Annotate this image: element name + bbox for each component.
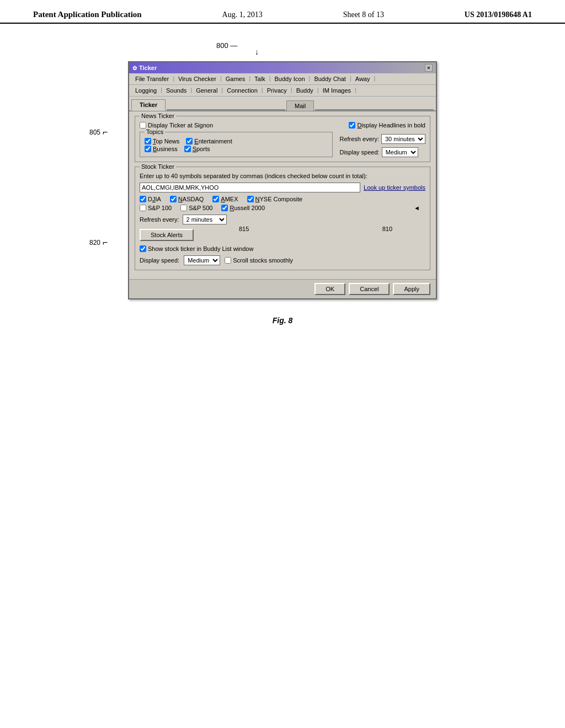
news-display-speed-label: Display speed: [339, 149, 379, 156]
apply-button[interactable]: Apply [393, 283, 430, 295]
sp100-checkbox[interactable] [140, 205, 146, 211]
indices-row-1: DJIA NASDAQ AMEX NYSE Composite [140, 196, 425, 202]
stock-alerts-button[interactable]: Stock Alerts [140, 229, 194, 241]
menu-buddy-icon[interactable]: Buddy Icon [271, 74, 309, 83]
news-ticker-title: News Ticker [140, 113, 176, 119]
show-in-buddy-list-wrap: Show stock ticker in Buddy List window [140, 245, 425, 252]
menu-row-1: File Transfer | Virus Checker | Games | … [129, 73, 436, 85]
header-patent-number: US 2013/0198648 A1 [465, 10, 532, 19]
display-headlines-bold-checkbox[interactable] [349, 122, 355, 129]
dialog-title-text: Ticker [139, 65, 157, 71]
nyse-composite-checkbox[interactable] [247, 196, 254, 202]
menu-sounds[interactable]: Sounds [162, 86, 190, 95]
arrow-to-russell: ◄ [414, 205, 420, 211]
close-button[interactable]: × [425, 64, 433, 72]
label-805: 805 ⌐ [89, 127, 108, 137]
ok-button[interactable]: OK [315, 283, 345, 295]
stock-ticker-title: Stock Ticker [140, 163, 176, 170]
sp100-label: S&P 100 [148, 205, 172, 211]
show-in-buddy-list-label: Show stock ticker in Buddy List window [148, 245, 253, 252]
stock-display-speed-label: Display speed: [140, 257, 179, 264]
scroll-smoothly-wrap: Scroll stocks smoothly [225, 257, 293, 264]
sports-wrap: Sports [184, 146, 210, 152]
dialog-body: News Ticker Display Ticker at Signon Dis… [129, 111, 436, 279]
page-header: Patent Application Publication Aug. 1, 2… [0, 0, 565, 24]
label-810-text: 810 [382, 226, 392, 232]
amex-checkbox[interactable] [212, 196, 219, 202]
nyse-composite-label: NYSE Composite [255, 196, 303, 202]
menu-connection[interactable]: Connection [223, 86, 262, 95]
button-row: OK Cancel Apply [129, 279, 436, 298]
sports-label: Sports [193, 146, 210, 152]
display-ticker-signon-checkbox[interactable] [140, 122, 146, 129]
menu-away[interactable]: Away [351, 74, 374, 83]
cancel-button[interactable]: Cancel [349, 283, 390, 295]
amex-wrap: AMEX [212, 196, 238, 202]
entertainment-checkbox[interactable] [186, 138, 193, 144]
sp500-checkbox[interactable] [180, 205, 187, 211]
news-refresh-dropdown[interactable]: 30 minutes 5 minutes 10 minutes 15 minut… [381, 134, 425, 144]
menu-games[interactable]: Games [222, 74, 249, 83]
news-refresh-label: Refresh every: [339, 136, 379, 142]
stock-symbols-input[interactable] [140, 183, 360, 192]
header-date: Aug. 1, 2013 [222, 10, 263, 19]
russell2000-checkbox[interactable] [221, 205, 228, 211]
russell2000-wrap: Russell 2000 [221, 205, 265, 211]
ticker-icon: ✿ [132, 65, 137, 71]
dialog-titlebar: ✿ Ticker × [129, 62, 436, 73]
label-815-text: 815 [239, 226, 249, 232]
label-820: 820 ⌐ [89, 238, 108, 248]
business-label: Business [153, 146, 178, 152]
stock-display-speed-dropdown[interactable]: Medium Slow Fast [184, 255, 220, 265]
show-in-buddy-list-checkbox[interactable] [140, 245, 146, 252]
tab-mail[interactable]: Mail [286, 100, 314, 111]
menu-file-transfer[interactable]: File Transfer [131, 74, 173, 83]
menu-buddy[interactable]: Buddy [292, 86, 317, 95]
stock-refresh-row: Refresh every: 2 minutes 1 minute 5 minu… [140, 215, 425, 224]
lookup-ticker-button[interactable]: Look up ticker symbols [364, 184, 425, 191]
display-headlines-bold-wrap: Display Headlines in bold [349, 122, 425, 129]
news-display-speed-dropdown[interactable]: Medium Slow Fast [382, 147, 418, 157]
djia-label: DJIA [148, 196, 161, 202]
djia-wrap: DJIA [140, 196, 161, 202]
entertainment-label: Entertainment [194, 138, 232, 144]
scroll-smoothly-label: Scroll stocks smoothly [233, 257, 293, 264]
dialog-window: ✿ Ticker × File Transfer | Virus Checker… [128, 61, 437, 299]
nyse-composite-wrap: NYSE Composite [247, 196, 303, 202]
top-news-label: Top News [153, 138, 179, 144]
business-checkbox[interactable] [145, 146, 151, 152]
sp500-label: S&P 500 [189, 205, 212, 211]
menu-im-images[interactable]: IM Images [319, 86, 355, 95]
scroll-smoothly-checkbox[interactable] [225, 257, 231, 264]
tab-bar: Ticker Mail [129, 97, 436, 111]
nasdaq-checkbox[interactable] [170, 196, 177, 202]
top-news-wrap: Top News [145, 138, 179, 144]
sports-checkbox[interactable] [184, 146, 191, 152]
nasdaq-label: NASDAQ [178, 196, 204, 202]
stock-ticker-group: Stock Ticker Enter up to 40 symbols sepa… [135, 167, 430, 270]
display-ticker-signon-wrap: Display Ticker at Signon [140, 122, 213, 129]
menu-logging[interactable]: Logging [131, 86, 161, 95]
topics-group: Topics Top News Entertainment [140, 132, 333, 157]
display-headlines-bold-label: Display Headlines in bold [357, 122, 425, 129]
menu-talk[interactable]: Talk [250, 74, 269, 83]
amex-label: AMEX [221, 196, 238, 202]
sp100-wrap: S&P 100 [140, 205, 172, 211]
arrow-800-down: ↓ [255, 48, 259, 57]
label-800: 800 — [216, 41, 237, 50]
stock-instruction: Enter up to 40 symbols separated by comm… [140, 173, 425, 179]
indices-row-2: S&P 100 S&P 500 Russell 2000 ◄ [140, 205, 425, 211]
business-wrap: Business [145, 146, 178, 152]
top-news-checkbox[interactable] [145, 138, 151, 144]
menu-virus-checker[interactable]: Virus Checker [174, 74, 220, 83]
russell2000-label: Russell 2000 [230, 205, 265, 211]
stock-refresh-dropdown[interactable]: 2 minutes 1 minute 5 minutes 10 minutes [183, 215, 227, 224]
menu-buddy-chat[interactable]: Buddy Chat [310, 74, 349, 83]
tab-ticker[interactable]: Ticker [131, 99, 166, 111]
stock-display-speed-row: Display speed: Medium Slow Fast Scroll s… [140, 255, 425, 265]
djia-checkbox[interactable] [140, 196, 146, 202]
menu-privacy[interactable]: Privacy [263, 86, 291, 95]
stock-refresh-label: Refresh every: [140, 216, 179, 223]
menu-general[interactable]: General [192, 86, 221, 95]
news-refresh-panel: Refresh every: 30 minutes 5 minutes 10 m… [339, 132, 425, 157]
